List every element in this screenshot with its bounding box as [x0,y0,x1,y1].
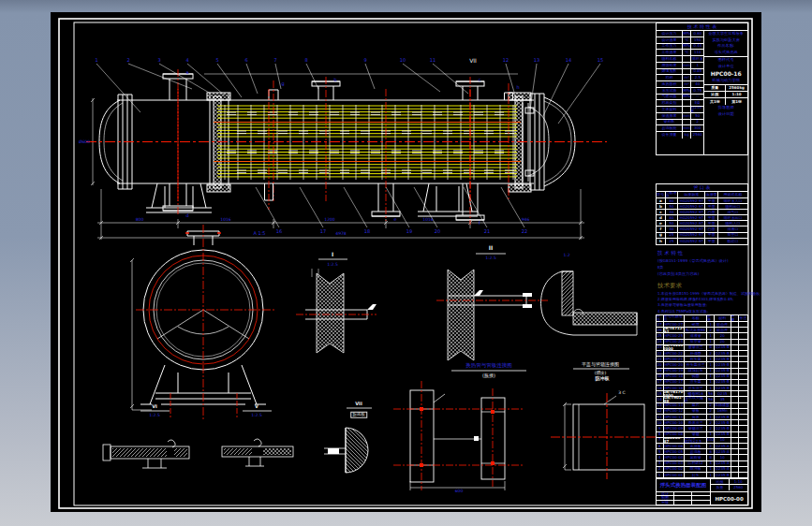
cell [731,415,740,419]
cell [731,362,740,367]
cad-viewer-window: VII A 1:5 Ø600 4978 I 1:2.5 II 1:2.5 换热管… [0,0,812,526]
cell: b [657,204,666,209]
cell [731,380,740,385]
cell: 平面 [705,204,718,209]
cell: 排液口 [718,226,747,231]
cell: h [657,239,666,244]
cell: 用途或名称 [718,192,747,197]
note-line: (容器类别:Ⅱ类压力容器) [657,272,699,276]
note-line: 3.换热管与管板连接采用胀接; [657,303,707,307]
titleblock-line: 图样代号 [704,57,747,64]
cell [739,455,747,460]
cell: 2 [707,351,715,356]
callout-top: 3 [157,58,160,63]
nozzle-tag: h [516,85,519,90]
cell [683,69,691,75]
cell: 2 [707,420,715,425]
callout-top: 8 [304,58,307,63]
cell [739,328,747,332]
cell: GB/T6170-2000 [664,391,685,396]
cell: 20 [715,333,731,338]
cell: 1 [691,63,703,68]
cell: Q235-B [715,415,731,419]
cell: 排液管 [685,333,707,338]
cell: 物料入口 [718,221,747,226]
titleblock-line: 设计日期 [704,111,747,118]
cell [739,391,747,396]
cell: HPC00-27 [664,322,685,327]
cell: GB8163-87 [664,438,685,443]
nozzle-tag: c [479,78,481,82]
cell [731,333,740,338]
cell: 35 [715,397,731,402]
callout-top: 6 [244,58,247,63]
spec-row: 设备净重kg2560 [657,132,703,139]
cell: 定距管 [685,455,707,460]
cell [739,322,747,327]
cell: 循环水出口 [718,215,747,220]
cell: c [657,210,666,214]
cell [739,432,747,437]
cell: HPC00-09 [664,426,685,431]
cell: 单重 [731,315,740,321]
cell: Q235-B [715,345,731,350]
cell: 50 [666,204,679,209]
cell: 6 [657,444,664,448]
cell: Q235-B [715,426,731,431]
cell: d [657,215,666,220]
callout-top: 2 [126,58,129,63]
note-line: (按GB151-1999《管壳式换热器》设计) [657,259,729,263]
cell: 换热管Ø25×2.5 [685,438,707,443]
cell: 图号或标准号 [664,315,685,321]
cell: 腐蚀裕度 [657,63,683,68]
cell [692,496,710,499]
cell: 浮头法兰 [685,386,707,390]
cell: HPC00-03 [664,461,685,466]
cell: 14 [657,397,664,402]
cell: ℃ [683,50,691,55]
cell: 排气口 [718,210,747,214]
cell: m² [683,81,691,87]
cell: 1 [707,386,715,390]
cell: Q235-A [715,444,731,448]
cell: a [657,198,666,203]
cell [731,432,740,437]
bom-table: 件号图号或标准号名称数量材料单重备注27HPC00-27铭牌1组合件26JB/T… [656,314,748,478]
spec-row: 工作温度℃110 [657,50,703,56]
cell: 2 [707,403,715,408]
cell: 符号 [657,192,666,197]
cell [739,409,747,414]
cell: HPC00-11 [664,415,685,419]
cell [731,403,740,408]
cell: Q235-B [715,351,731,356]
cell: 名称 [685,315,707,321]
detail-1-scale: 1:2.5 [327,263,338,268]
cell: 16 [657,386,664,390]
callout-top: 12 [503,58,509,63]
detail-6-scale: 1:2.5 [149,414,160,418]
cell: Q235-B [715,420,731,425]
cell: HPC00-18 [664,374,685,379]
cell: 13 [657,403,664,408]
cell: HPC00-12 [664,409,685,414]
cell: 56 [707,391,715,396]
tube-bundle [217,106,517,177]
cell [692,492,710,495]
callout-top: 13 [534,58,539,63]
titleblock-line: 机械与动力学院 [704,78,747,84]
cell: Q235-B [715,386,731,390]
cell: 气密试验 [657,95,683,100]
titleblock-line: 指导教师 [704,105,747,111]
cell: 审核 [657,501,674,504]
cell: e [657,221,666,226]
cell: 取样口 [718,239,747,244]
titleblock-title: 技 术 特 性 表 [657,23,747,31]
cell [739,374,747,379]
cell: 连接标准 [678,192,705,197]
cell: 壳体法兰 [685,420,707,425]
cell [731,455,740,460]
nozzle-tag: e [393,217,396,222]
nozzle-table-header: 符号公称通径连接标准连接面用途或名称 [657,192,747,198]
cell: 折流板 [685,449,707,454]
cell: 连接面 [705,192,718,197]
